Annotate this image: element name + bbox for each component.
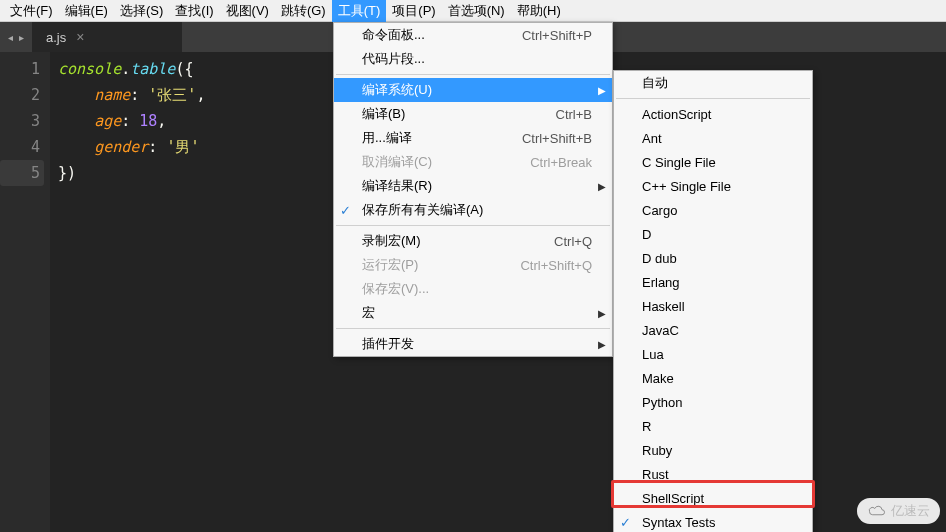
menu-item-label: C++ Single File bbox=[642, 179, 792, 194]
build-system-submenu: 自动ActionScriptAntC Single FileC++ Single… bbox=[613, 70, 813, 532]
submenu-arrow-icon: ▶ bbox=[598, 339, 606, 350]
build-submenu-item[interactable]: D bbox=[614, 222, 812, 246]
tools-menu-item[interactable]: 编译系统(U)▶ bbox=[334, 78, 612, 102]
submenu-arrow-icon: ▶ bbox=[598, 181, 606, 192]
menubar-item[interactable]: 帮助(H) bbox=[511, 0, 567, 22]
tools-menu-item[interactable]: 编译(B)Ctrl+B bbox=[334, 102, 612, 126]
tab-prev-icon[interactable]: ◂ bbox=[8, 32, 13, 43]
menu-shortcut: Ctrl+Shift+B bbox=[522, 131, 592, 146]
menu-item-label: Erlang bbox=[642, 275, 792, 290]
menubar-item[interactable]: 查找(I) bbox=[169, 0, 219, 22]
menu-item-label: Syntax Tests bbox=[642, 515, 792, 530]
menu-shortcut: Ctrl+Shift+P bbox=[522, 28, 592, 43]
menu-item-label: 编译系统(U) bbox=[362, 81, 592, 99]
tools-menu-item[interactable]: 编译结果(R)▶ bbox=[334, 174, 612, 198]
tools-menu-item: 取消编译(C)Ctrl+Break bbox=[334, 150, 612, 174]
line-number: 2 bbox=[4, 82, 40, 108]
line-number: 5 bbox=[0, 160, 44, 186]
build-submenu-item[interactable]: ✓Syntax Tests bbox=[614, 510, 812, 532]
tools-menu-item[interactable]: 宏▶ bbox=[334, 301, 612, 325]
tab-nav: ◂ ▸ bbox=[0, 22, 32, 52]
menubar-item[interactable]: 项目(P) bbox=[386, 0, 441, 22]
menubar-item[interactable]: 选择(S) bbox=[114, 0, 169, 22]
menu-item-label: 自动 bbox=[642, 74, 792, 92]
line-number: 1 bbox=[4, 56, 40, 82]
menu-separator bbox=[336, 328, 610, 329]
menu-item-label: Haskell bbox=[642, 299, 792, 314]
check-icon: ✓ bbox=[340, 203, 351, 218]
menu-item-label: Python bbox=[642, 395, 792, 410]
build-submenu-item[interactable]: Python bbox=[614, 390, 812, 414]
line-gutter: 12345 bbox=[0, 52, 50, 532]
menu-item-label: 用...编译 bbox=[362, 129, 492, 147]
tools-menu-item[interactable]: ✓保存所有有关编译(A) bbox=[334, 198, 612, 222]
menubar-item[interactable]: 视图(V) bbox=[220, 0, 275, 22]
submenu-arrow-icon: ▶ bbox=[598, 308, 606, 319]
menu-item-label: D dub bbox=[642, 251, 792, 266]
watermark-text: 亿速云 bbox=[891, 502, 930, 520]
build-submenu-item[interactable]: Lua bbox=[614, 342, 812, 366]
menu-shortcut: Ctrl+Q bbox=[554, 234, 592, 249]
tools-menu-item[interactable]: 录制宏(M)Ctrl+Q bbox=[334, 229, 612, 253]
menubar-item[interactable]: 工具(T) bbox=[332, 0, 387, 22]
line-number: 3 bbox=[4, 108, 40, 134]
build-submenu-item[interactable]: Cargo bbox=[614, 198, 812, 222]
watermark: 亿速云 bbox=[857, 498, 940, 524]
tools-menu-item[interactable]: 插件开发▶ bbox=[334, 332, 612, 356]
build-submenu-item[interactable]: Erlang bbox=[614, 270, 812, 294]
menu-item-label: JavaC bbox=[642, 323, 792, 338]
menu-item-label: Ant bbox=[642, 131, 792, 146]
tools-menu-item: 运行宏(P)Ctrl+Shift+Q bbox=[334, 253, 612, 277]
menu-item-label: ShellScript bbox=[642, 491, 792, 506]
tools-menu-item[interactable]: 命令面板...Ctrl+Shift+P bbox=[334, 23, 612, 47]
tools-menu-item[interactable]: 代码片段... bbox=[334, 47, 612, 71]
build-submenu-item[interactable]: Rust bbox=[614, 462, 812, 486]
menu-item-label: 命令面板... bbox=[362, 26, 492, 44]
submenu-arrow-icon: ▶ bbox=[598, 85, 606, 96]
build-submenu-item[interactable]: Ant bbox=[614, 126, 812, 150]
build-submenu-item[interactable]: ActionScript bbox=[614, 102, 812, 126]
build-submenu-item[interactable]: R bbox=[614, 414, 812, 438]
menu-item-label: 插件开发 bbox=[362, 335, 592, 353]
menu-item-label: R bbox=[642, 419, 792, 434]
build-submenu-item[interactable]: C Single File bbox=[614, 150, 812, 174]
menubar-item[interactable]: 编辑(E) bbox=[59, 0, 114, 22]
menu-shortcut: Ctrl+Shift+Q bbox=[520, 258, 592, 273]
menu-item-label: 编译(B) bbox=[362, 105, 526, 123]
menubar-item[interactable]: 首选项(N) bbox=[442, 0, 511, 22]
build-submenu-item[interactable]: 自动 bbox=[614, 71, 812, 95]
menubar-item[interactable]: 跳转(G) bbox=[275, 0, 332, 22]
tools-menu-item: 保存宏(V)... bbox=[334, 277, 612, 301]
menu-separator bbox=[616, 98, 810, 99]
menu-shortcut: Ctrl+Break bbox=[530, 155, 592, 170]
menubar-item[interactable]: 文件(F) bbox=[4, 0, 59, 22]
file-tab[interactable]: a.js × bbox=[32, 22, 182, 52]
build-submenu-item[interactable]: Make bbox=[614, 366, 812, 390]
menu-item-label: Lua bbox=[642, 347, 792, 362]
cloud-icon bbox=[867, 504, 887, 518]
build-submenu-item[interactable]: C++ Single File bbox=[614, 174, 812, 198]
menu-item-label: 运行宏(P) bbox=[362, 256, 490, 274]
close-icon[interactable]: × bbox=[76, 29, 84, 45]
menu-item-label: 代码片段... bbox=[362, 50, 592, 68]
menu-item-label: Make bbox=[642, 371, 792, 386]
build-submenu-item[interactable]: Ruby bbox=[614, 438, 812, 462]
tab-next-icon[interactable]: ▸ bbox=[19, 32, 24, 43]
line-number: 4 bbox=[4, 134, 40, 160]
menu-item-label: 取消编译(C) bbox=[362, 153, 500, 171]
build-submenu-item[interactable]: Haskell bbox=[614, 294, 812, 318]
menu-item-label: D bbox=[642, 227, 792, 242]
build-submenu-item[interactable]: JavaC bbox=[614, 318, 812, 342]
menu-item-label: Cargo bbox=[642, 203, 792, 218]
build-submenu-item[interactable]: D dub bbox=[614, 246, 812, 270]
menu-item-label: Rust bbox=[642, 467, 792, 482]
menu-item-label: ActionScript bbox=[642, 107, 792, 122]
menu-separator bbox=[336, 225, 610, 226]
menu-item-label: 宏 bbox=[362, 304, 592, 322]
menu-item-label: Ruby bbox=[642, 443, 792, 458]
build-submenu-item[interactable]: ShellScript bbox=[614, 486, 812, 510]
menu-item-label: 保存宏(V)... bbox=[362, 280, 592, 298]
menu-item-label: C Single File bbox=[642, 155, 792, 170]
menu-separator bbox=[336, 74, 610, 75]
tools-menu-item[interactable]: 用...编译Ctrl+Shift+B bbox=[334, 126, 612, 150]
